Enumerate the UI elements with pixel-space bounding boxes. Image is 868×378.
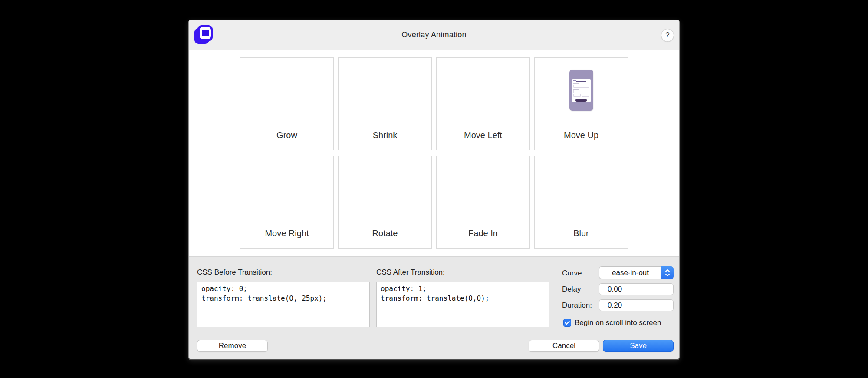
chevron-down-icon [665,273,670,277]
tile-label: Rotate [339,229,431,239]
curve-select[interactable]: ease-in-out [599,266,674,279]
help-button[interactable]: ? [661,29,674,42]
tile-move-up[interactable]: Move Up [534,57,628,150]
cancel-button-label: Cancel [552,342,575,350]
tile-rotate[interactable]: Rotate [338,156,432,249]
phone-heading [576,81,586,82]
phone-input [573,85,589,88]
remove-button-label: Remove [219,342,246,350]
title-bar: Overlay Animation ? [189,20,679,50]
css-after-textarea[interactable]: opacity: 1; transform: translate(0,0); [376,282,549,327]
question-mark-icon: ? [665,31,669,40]
tile-label: Grow [240,130,333,140]
begin-on-scroll-label: Begin on scroll into screen [575,318,661,327]
delay-label: Delay [562,285,581,294]
save-button-label: Save [630,342,647,350]
tile-move-right[interactable]: Move Right [240,156,334,249]
phone-submit-button [575,99,587,102]
animation-grid: Grow Shrink Move Left [240,57,628,249]
duration-input[interactable] [599,299,674,311]
tile-move-left[interactable]: Move Left [436,57,530,150]
phone-preview [569,70,593,111]
begin-on-scroll-checkbox[interactable] [563,319,571,327]
phone-input-small [582,94,589,97]
settings-panel: CSS Before Transition: opacity: 0; trans… [189,256,679,359]
tile-blur[interactable]: Blur [534,156,628,249]
tile-label: Move Up [535,130,628,140]
tile-label: Shrink [339,130,431,140]
phone-field-label [573,89,579,90]
stepper-icon [661,266,674,279]
cancel-button[interactable]: Cancel [529,340,599,352]
css-before-label: CSS Before Transition: [197,268,272,277]
curve-label: Curve: [562,269,584,278]
overlay-animation-dialog: Overlay Animation ? Grow Shrink Move Lef… [188,20,680,359]
duration-label: Duration: [562,301,592,310]
tile-fade-in[interactable]: Fade In [436,156,530,249]
css-after-label: CSS After Transition: [376,268,445,277]
delay-input[interactable] [599,283,674,295]
css-before-textarea[interactable]: opacity: 0; transform: translate(0, 25px… [197,282,370,327]
tile-label: Move Right [240,229,333,239]
save-button[interactable]: Save [603,340,674,352]
tile-label: Blur [535,229,628,239]
phone-input-row [573,94,589,98]
page-title: Overlay Animation [189,30,679,40]
phone-select [573,90,589,93]
phone-input-small [573,94,581,97]
tile-shrink[interactable]: Shrink [338,57,432,150]
begin-on-scroll-row: Begin on scroll into screen [563,318,661,327]
chevron-up-icon [665,269,670,272]
checkmark-icon [565,321,570,325]
tile-grow[interactable]: Grow [240,57,334,150]
phone-logo [573,80,576,81]
phone-field-label [573,83,579,84]
tile-label: Fade In [437,229,529,239]
animation-grid-area: Grow Shrink Move Left [189,50,679,256]
remove-button[interactable]: Remove [197,340,268,352]
tile-label: Move Left [437,130,529,140]
phone-form-card [572,79,591,102]
